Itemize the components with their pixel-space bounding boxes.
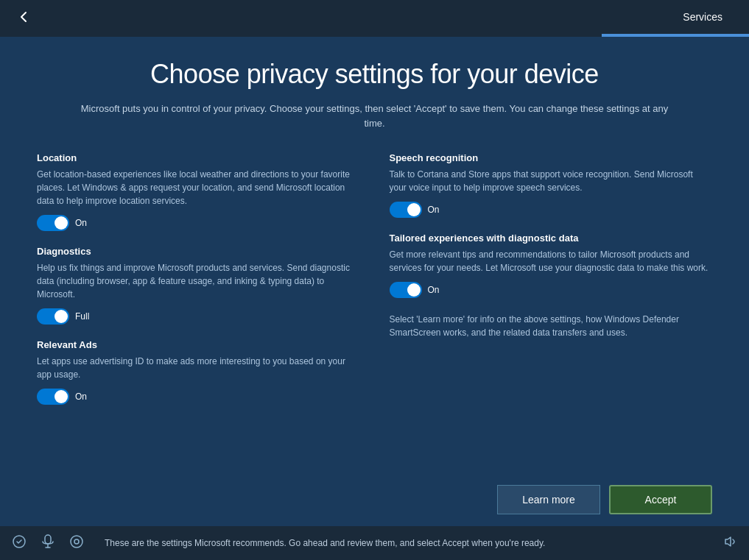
- main-content: Choose privacy settings for your device …: [0, 37, 749, 476]
- settings-grid: Location Get location-based experiences …: [37, 152, 712, 461]
- toggle-location[interactable]: [37, 215, 69, 231]
- toggle-speech-label: On: [428, 205, 440, 215]
- info-text: Select 'Learn more' for info on the abov…: [390, 313, 713, 339]
- toggle-tailored[interactable]: [390, 282, 422, 298]
- top-bar: Services: [0, 0, 749, 34]
- settings-left-column: Location Get location-based experiences …: [37, 152, 360, 461]
- learn-more-button[interactable]: Learn more: [497, 485, 600, 514]
- toggle-diagnostics[interactable]: [37, 308, 69, 325]
- setting-tailored: Tailored experiences with diagnostic dat…: [390, 233, 713, 298]
- page-title: Choose privacy settings for your device: [37, 59, 712, 90]
- toggle-tailored-label: On: [428, 285, 440, 295]
- page-subtitle: Microsoft puts you in control of your pr…: [80, 102, 669, 130]
- svg-point-5: [74, 539, 79, 544]
- setting-speech-desc: Talk to Cortana and Store apps that supp…: [390, 168, 713, 194]
- taskbar-icons: [12, 534, 84, 553]
- taskbar-cortana-icon[interactable]: [69, 534, 84, 553]
- accept-button[interactable]: Accept: [609, 485, 712, 514]
- page-header-title: Services: [683, 11, 737, 23]
- setting-location-toggle-row: On: [37, 215, 360, 231]
- back-button[interactable]: [12, 5, 35, 29]
- setting-relevant-ads-toggle-row: On: [37, 389, 360, 405]
- setting-diagnostics-toggle-row: Full: [37, 308, 360, 325]
- settings-right-column: Speech recognition Talk to Cortana and S…: [390, 152, 713, 461]
- setting-relevant-ads-desc: Let apps use advertising ID to make ads …: [37, 355, 360, 381]
- toggle-relevant-ads[interactable]: [37, 389, 69, 405]
- setting-location-desc: Get location-based experiences like loca…: [37, 168, 360, 208]
- setting-location: Location Get location-based experiences …: [37, 152, 360, 231]
- setting-diagnostics-desc: Help us fix things and improve Microsoft…: [37, 261, 360, 301]
- taskbar: These are the settings Microsoft recomme…: [0, 526, 749, 560]
- taskbar-action-icon[interactable]: [12, 534, 27, 553]
- setting-speech: Speech recognition Talk to Cortana and S…: [390, 152, 713, 218]
- setting-speech-toggle-row: On: [390, 202, 713, 218]
- setting-location-title: Location: [37, 152, 360, 163]
- setting-diagnostics: Diagnostics Help us fix things and impro…: [37, 246, 360, 325]
- toggle-location-label: On: [75, 218, 87, 228]
- progress-bar-fill: [602, 34, 749, 37]
- setting-tailored-desc: Get more relevant tips and recommendatio…: [390, 248, 713, 274]
- setting-tailored-toggle-row: On: [390, 282, 713, 298]
- taskbar-volume-icon[interactable]: [722, 534, 737, 553]
- setting-diagnostics-title: Diagnostics: [37, 246, 360, 257]
- setting-speech-title: Speech recognition: [390, 152, 713, 163]
- toggle-speech[interactable]: [390, 202, 422, 218]
- toggle-relevant-ads-label: On: [75, 391, 87, 402]
- buttons-area: Learn more Accept: [0, 476, 749, 526]
- taskbar-message: These are the settings Microsoft recomme…: [105, 538, 708, 548]
- svg-point-4: [71, 536, 82, 547]
- taskbar-mic-icon[interactable]: [41, 534, 54, 553]
- setting-tailored-title: Tailored experiences with diagnostic dat…: [390, 233, 713, 244]
- svg-rect-1: [45, 535, 51, 544]
- setting-relevant-ads-title: Relevant Ads: [37, 339, 360, 350]
- setting-relevant-ads: Relevant Ads Let apps use advertising ID…: [37, 339, 360, 405]
- toggle-diagnostics-label: Full: [75, 311, 89, 322]
- progress-bar-area: [0, 34, 749, 37]
